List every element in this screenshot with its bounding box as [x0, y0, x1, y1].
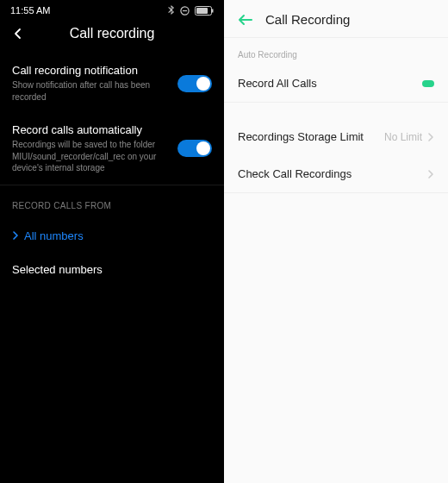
status-time: 11:55 AM: [10, 5, 50, 16]
setting-text: Record calls automatically Recordings wi…: [12, 123, 169, 174]
header: Call Recording: [224, 0, 448, 37]
toggle-record-all[interactable]: [422, 80, 434, 87]
header: Call recording: [0, 17, 224, 53]
chevron-right-icon: [427, 132, 434, 142]
section-header: Auto Recording: [224, 38, 448, 65]
row-value: No Limit: [384, 131, 422, 143]
back-button[interactable]: [238, 14, 253, 26]
setting-text: Call recording notification Show notific…: [12, 64, 169, 103]
bluetooth-icon: [168, 5, 175, 16]
setting-title: Record calls automatically: [12, 123, 169, 136]
row-label: Check Call Recordings: [238, 167, 427, 180]
option-label: Selected numbers: [12, 263, 103, 276]
row-label: Record All Calls: [238, 77, 422, 90]
section-header: RECORD CALLS FROM: [0, 185, 224, 219]
page-title: Call Recording: [265, 12, 350, 27]
phone-right: Call Recording Auto Recording Record All…: [224, 0, 448, 483]
svg-rect-1: [183, 10, 187, 11]
svg-rect-3: [212, 9, 214, 12]
row-storage-limit[interactable]: Recordings Storage Limit No Limit: [224, 118, 448, 155]
row-record-all-calls[interactable]: Record All Calls: [224, 65, 448, 102]
svg-rect-4: [196, 8, 208, 14]
setting-row-auto-record[interactable]: Record calls automatically Recordings wi…: [0, 113, 224, 185]
toggle-auto-record[interactable]: [177, 140, 212, 157]
setting-row-notification[interactable]: Call recording notification Show notific…: [0, 53, 224, 113]
setting-desc: Recordings will be saved to the folder M…: [12, 139, 169, 174]
phone-left: 11:55 AM Call recording Call recording n…: [0, 0, 224, 483]
option-all-numbers[interactable]: All numbers: [0, 219, 224, 253]
status-bar: 11:55 AM: [0, 0, 224, 17]
chevron-right-icon: [427, 169, 434, 179]
setting-title: Call recording notification: [12, 64, 169, 77]
status-icons: [168, 5, 214, 16]
option-selected-numbers[interactable]: Selected numbers: [0, 253, 224, 286]
do-not-disturb-icon: [180, 6, 190, 16]
battery-icon: [195, 6, 214, 16]
divider: [224, 192, 448, 193]
chevron-right-icon: [12, 231, 19, 240]
spacer: [224, 103, 448, 118]
row-check-recordings[interactable]: Check Call Recordings: [224, 155, 448, 192]
row-label: Recordings Storage Limit: [238, 130, 384, 143]
setting-desc: Show notification after call has been re…: [12, 79, 169, 103]
toggle-notification[interactable]: [177, 75, 212, 92]
option-label: All numbers: [24, 229, 84, 242]
page-title: Call recording: [12, 26, 212, 41]
